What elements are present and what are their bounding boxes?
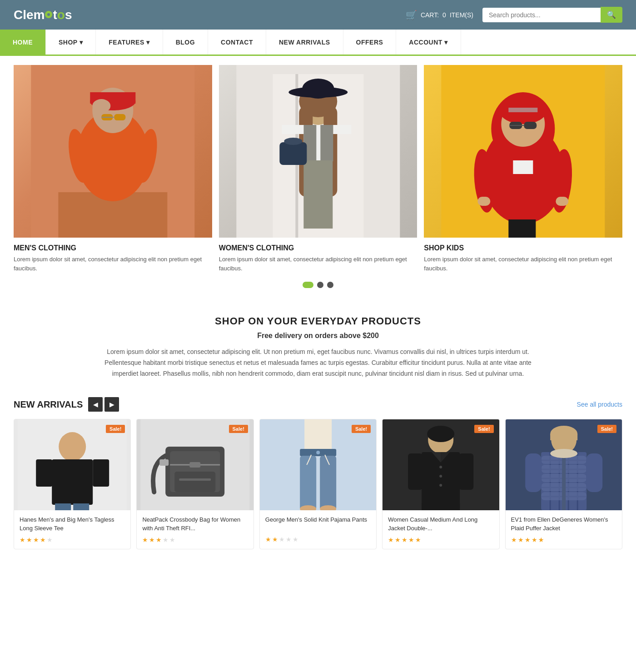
svg-rect-25 — [279, 142, 307, 165]
nav-arrows: ◀ ▶ — [88, 397, 119, 412]
women-clothing-svg — [219, 65, 417, 238]
new-arrivals-section: NEW ARRIVALS ◀ ▶ See all products Sale! — [0, 388, 636, 562]
hero-item-kids[interactable]: SHOP KIDS Lorem ipsum dolor sit amet, co… — [424, 65, 622, 273]
svg-rect-46 — [52, 459, 93, 505]
svg-point-101 — [550, 449, 577, 458]
svg-rect-60 — [304, 419, 332, 451]
product-info-pants: George Men's Solid Knit Pajama Pants ★ ★… — [260, 510, 376, 548]
product-name-pants: George Men's Solid Knit Pajama Pants — [265, 516, 371, 532]
tee-svg — [14, 419, 130, 510]
product-info-tee: Hanes Men's and Big Men's Tagless Long S… — [14, 510, 130, 548]
svg-rect-98 — [586, 453, 602, 492]
nav-item-new-arrivals[interactable]: NEW ARRIVALS — [266, 30, 343, 55]
svg-point-76 — [439, 484, 442, 487]
nav-item-blog[interactable]: BLOG — [163, 30, 208, 55]
new-arrivals-title: NEW ARRIVALS — [14, 399, 83, 410]
hero-section: MEN'S CLOTHING Lorem ipsum dolor sit ame… — [0, 56, 636, 302]
svg-point-74 — [439, 466, 442, 468]
product-card-puffer[interactable]: Sale! — [505, 419, 622, 549]
hero-img-men — [14, 65, 212, 238]
prev-arrow-button[interactable]: ◀ — [88, 397, 103, 412]
header-right: 🛒 CART: 0 ITEM(S) 🔍 — [406, 7, 622, 23]
nav-item-account[interactable]: ACCOUNT ▾ — [396, 30, 461, 55]
dot-3[interactable] — [327, 282, 333, 288]
svg-rect-49 — [55, 503, 71, 510]
svg-point-77 — [427, 426, 454, 442]
next-arrow-button[interactable]: ▶ — [104, 397, 119, 412]
hero-img-women — [219, 65, 417, 238]
search-input[interactable] — [482, 8, 601, 22]
logo[interactable]: Clem tos — [14, 8, 72, 22]
svg-rect-96 — [562, 452, 566, 510]
see-all-link[interactable]: See all products — [577, 401, 622, 408]
svg-rect-43 — [509, 219, 536, 238]
svg-rect-72 — [408, 453, 422, 490]
hero-desc-men: Lorem ipsum dolor sit amet, consectetur … — [14, 255, 212, 273]
product-card-bag[interactable]: Sale! — [136, 419, 253, 549]
product-name-jacket: Women Casual Medium And Long Jacket Doub… — [388, 516, 493, 532]
svg-rect-35 — [524, 122, 537, 129]
kids-clothing-svg — [424, 65, 622, 238]
shop-subtitle: Free delivery on orders above $200 — [14, 332, 622, 340]
stars-puffer: ★ ★ ★ ★ ★★ — [511, 536, 616, 543]
dot-2[interactable] — [317, 282, 323, 288]
svg-rect-64 — [320, 456, 336, 510]
hero-title-kids: SHOP KIDS — [424, 244, 622, 252]
hero-title-women: WOMEN'S CLOTHING — [219, 244, 417, 252]
nav-item-shop[interactable]: SHOP ▾ — [46, 30, 96, 55]
svg-rect-57 — [175, 472, 216, 492]
svg-rect-42 — [513, 160, 533, 174]
svg-rect-58 — [179, 478, 211, 481]
product-card-jacket[interactable]: Sale! — [382, 419, 499, 549]
svg-rect-41 — [556, 197, 569, 206]
product-card-pants[interactable]: Sale! — [259, 419, 377, 549]
product-card-tee[interactable]: Sale! Hanes Men's and Big Men's Tagless … — [14, 419, 131, 549]
hero-desc-women: Lorem ipsum dolor sit amet, consectetur … — [219, 255, 417, 273]
product-name-puffer: EV1 from Ellen DeGeneres Women's Plaid P… — [511, 516, 616, 532]
cart-count: 0 — [442, 11, 446, 19]
svg-rect-56 — [160, 459, 169, 466]
sale-badge-tee: Sale! — [106, 425, 125, 433]
nav-item-home[interactable]: HOME — [0, 30, 46, 55]
product-img-jacket: Sale! — [383, 419, 499, 510]
svg-rect-78 — [422, 503, 460, 510]
hero-title-men: MEN'S CLOTHING — [14, 244, 212, 252]
svg-rect-23 — [320, 125, 333, 161]
search-button[interactable]: 🔍 — [601, 7, 622, 23]
dot-1[interactable] — [303, 282, 313, 288]
sale-badge-jacket: Sale! — [474, 425, 493, 433]
bag-svg — [137, 419, 253, 510]
site-header: Clem tos 🛒 CART: 0 ITEM(S) 🔍 — [0, 0, 636, 30]
svg-rect-27 — [282, 125, 303, 134]
sale-badge-pants: Sale! — [352, 425, 371, 433]
sale-badge-puffer: Sale! — [597, 425, 616, 433]
svg-rect-63 — [300, 456, 316, 510]
carousel-dots — [14, 282, 622, 288]
svg-rect-7 — [114, 114, 125, 120]
stars-jacket: ★ ★ ★ ★ ★ — [388, 536, 493, 543]
puffer-svg — [506, 419, 622, 510]
svg-rect-50 — [73, 503, 89, 510]
hero-img-kids — [424, 65, 622, 238]
cart-info[interactable]: 🛒 CART: 0 ITEM(S) — [406, 10, 473, 20]
svg-rect-97 — [525, 453, 542, 492]
hero-grid: MEN'S CLOTHING Lorem ipsum dolor sit ame… — [14, 65, 622, 273]
hero-item-men[interactable]: MEN'S CLOTHING Lorem ipsum dolor sit ame… — [14, 65, 212, 273]
svg-point-45 — [59, 432, 86, 461]
hero-item-women[interactable]: WOMEN'S CLOTHING Lorem ipsum dolor sit a… — [219, 65, 417, 273]
svg-point-11 — [92, 99, 110, 113]
svg-rect-40 — [478, 197, 491, 206]
nav-item-contact[interactable]: CONTACT — [208, 30, 266, 55]
product-info-bag: NeatPack Crossbody Bag for Women with An… — [137, 510, 253, 548]
shop-title: SHOP ON YOUR EVERYDAY PRODUCTS — [14, 315, 622, 327]
sale-badge-bag: Sale! — [229, 425, 248, 433]
svg-rect-55 — [190, 462, 201, 468]
nav-item-features[interactable]: FEATURES ▾ — [96, 30, 163, 55]
svg-rect-100 — [550, 434, 577, 440]
nav-item-offers[interactable]: OFFERS — [343, 30, 397, 55]
svg-rect-28 — [333, 125, 351, 134]
product-img-puffer: Sale! — [506, 419, 622, 510]
product-name-bag: NeatPack Crossbody Bag for Women with An… — [142, 516, 248, 532]
stars-tee: ★ ★ ★ ★ ★ — [20, 536, 125, 543]
pants-svg — [260, 419, 376, 510]
